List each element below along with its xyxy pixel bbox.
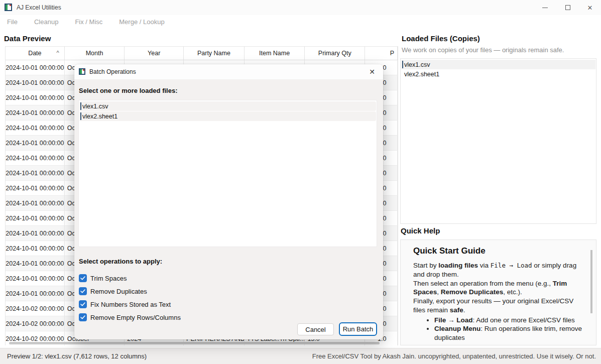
dialog-file-list[interactable]: vlex1.csvvlex2.sheet1 xyxy=(78,100,377,247)
select-files-label: Select one or more loaded files: xyxy=(79,87,178,94)
quick-help-heading: Quick Help xyxy=(401,226,440,235)
status-preview-info: Preview 1/2: vlex1.csv (7,612 rows, 12 c… xyxy=(7,352,147,360)
table-cell: 2024-10-01 00:00:00 xyxy=(6,75,65,90)
file-list-item[interactable]: vlex2.sheet1 xyxy=(401,69,595,79)
column-header[interactable]: Item Name xyxy=(245,47,305,60)
table-cell: 2024-10-01 00:00:00 xyxy=(6,256,65,271)
table-cell: 2024-10-01 00:00:00 xyxy=(6,90,65,105)
table-cell: 2024-10-01 00:00:00 xyxy=(6,120,65,136)
quick-start-guide-heading: Quick Start Guide xyxy=(413,246,584,256)
table-cell: 2024-10-01 00:00:00 xyxy=(6,166,65,181)
file-list-item[interactable]: vlex2.sheet1 xyxy=(79,111,376,121)
table-cell: 2024-10-01 00:00:00 xyxy=(6,211,65,226)
menu-item-merge-lookup[interactable]: Merge / Lookup xyxy=(119,18,164,26)
app-icon xyxy=(5,4,12,11)
dialog-title: Batch Operations xyxy=(89,68,136,75)
loaded-files-heading: Loaded Files (Copies) xyxy=(402,34,480,43)
loaded-files-list[interactable]: vlex1.csvvlex2.sheet1 xyxy=(400,58,596,224)
table-cell: 2024-10-02 00:00:00 xyxy=(6,301,65,316)
status-bar: Preview 1/2: vlex1.csv (7,612 rows, 12 c… xyxy=(0,348,601,364)
quick-help-paragraph: Then select an operation from the menu (… xyxy=(413,279,584,297)
checkbox-checked-icon[interactable] xyxy=(79,313,87,321)
operation-label: Fix Numbers Stored as Text xyxy=(90,301,171,308)
menu-item-fix-misc[interactable]: Fix / Misc xyxy=(75,18,102,26)
column-header[interactable]: Party Name xyxy=(184,47,245,60)
status-credit-text: Free Excel/CSV Tool by Akash Jain. uncop… xyxy=(312,352,596,360)
menu-bar: FileCleanupFix / MiscMerge / Lookup xyxy=(0,15,601,28)
menu-item-cleanup[interactable]: Cleanup xyxy=(34,18,58,26)
table-cell: 2024-10-01 00:00:00 xyxy=(6,196,65,211)
quick-help-bullet: Cleanup Menu: Run operations like trim, … xyxy=(434,324,584,342)
table-cell: 2024-10-01 00:00:00 xyxy=(6,60,65,75)
operation-row: Fix Numbers Stored as Text xyxy=(79,298,181,311)
column-header[interactable]: Year xyxy=(125,47,184,60)
column-header[interactable]: P xyxy=(365,47,398,60)
dialog-app-icon xyxy=(79,68,85,75)
maximize-icon[interactable] xyxy=(557,0,579,15)
operation-row: Remove Empty Rows/Columns xyxy=(79,311,181,324)
operation-label: Remove Empty Rows/Columns xyxy=(90,314,181,321)
operations-checkbox-group: Trim SpacesRemove DuplicatesFix Numbers … xyxy=(79,272,181,324)
title-bar: AJ Excel Utilities ✕ xyxy=(0,0,601,15)
table-header-row: Date^MonthYearParty NameItem NamePrimary… xyxy=(6,47,398,60)
quick-help-paragraph: Finally, export your results — your orig… xyxy=(413,297,584,315)
cancel-button[interactable]: Cancel xyxy=(297,323,334,335)
quick-help-body: Start by loading files via File → Load o… xyxy=(413,261,584,315)
select-operations-label: Select operations to apply: xyxy=(79,258,162,265)
quick-help-panel: Quick Start Guide Start by loading files… xyxy=(400,239,596,345)
table-cell: 2024-10-01 00:00:00 xyxy=(6,286,65,301)
minimize-icon[interactable] xyxy=(534,0,556,15)
horizontal-scrollbar[interactable] xyxy=(9,342,380,344)
table-cell: 2024-10-01 00:00:00 xyxy=(6,181,65,196)
operation-label: Remove Duplicates xyxy=(90,288,147,295)
operation-row: Remove Duplicates xyxy=(79,285,181,298)
table-cell: 2024-10-01 00:00:00 xyxy=(6,241,65,256)
close-icon[interactable]: ✕ xyxy=(579,0,601,15)
table-cell: 2024-10-01 00:00:00 xyxy=(6,226,65,241)
column-header[interactable]: Month xyxy=(65,47,125,60)
column-header[interactable]: Primary Qty xyxy=(305,47,365,60)
file-list-item[interactable]: vlex1.csv xyxy=(401,60,595,69)
table-cell: 2024-10-01 00:00:00 xyxy=(6,271,65,286)
dialog-close-icon[interactable]: ✕ xyxy=(361,64,383,79)
data-preview-heading: Data Preview xyxy=(4,34,51,43)
quick-help-paragraph: Start by loading files via File → Load o… xyxy=(413,261,584,279)
table-cell: 2024-10-01 00:00:00 xyxy=(6,136,65,151)
checkbox-checked-icon[interactable] xyxy=(79,274,87,282)
operation-label: Trim Spaces xyxy=(90,275,127,282)
quick-help-bullet: File → Load: Add one or more Excel/CSV f… xyxy=(434,316,584,325)
file-list-item[interactable]: vlex1.csv xyxy=(79,101,376,111)
table-cell: 2024-10-01 00:00:00 xyxy=(6,105,65,120)
loaded-files-subtitle: We work on copies of your files — origin… xyxy=(402,46,564,54)
column-header[interactable]: Date^ xyxy=(6,47,65,60)
sort-asc-icon: ^ xyxy=(57,50,59,56)
run-batch-button[interactable]: Run Batch xyxy=(339,322,377,336)
quick-help-scrollbar[interactable] xyxy=(590,250,592,313)
dialog-title-bar: Batch Operations ✕ xyxy=(74,64,383,79)
batch-operations-dialog: Batch Operations ✕ Select one or more lo… xyxy=(74,64,383,339)
quick-help-bullets: File → Load: Add one or more Excel/CSV f… xyxy=(434,316,584,342)
menu-item-file[interactable]: File xyxy=(7,18,18,26)
window-title: AJ Excel Utilities xyxy=(17,4,61,11)
table-cell: 2024-10-02 00:00:00 xyxy=(6,316,65,331)
checkbox-checked-icon[interactable] xyxy=(79,287,87,295)
table-cell: 2024-10-01 00:00:00 xyxy=(6,151,65,166)
operation-row: Trim Spaces xyxy=(79,272,181,285)
checkbox-checked-icon[interactable] xyxy=(79,300,87,308)
